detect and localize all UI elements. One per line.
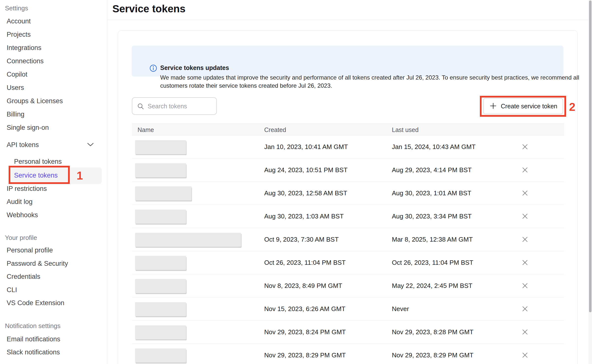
delete-token-button[interactable] [520, 258, 530, 268]
page-title: Service tokens [112, 3, 186, 15]
redacted-token-name [135, 348, 186, 363]
token-last-used-cell: Aug 30, 2023, 3:34 PM BST [392, 213, 472, 219]
banner-text-line1: We made some updates that improve the se… [160, 75, 579, 81]
redacted-token-name [135, 163, 186, 177]
search-input[interactable] [147, 98, 215, 115]
scrollbar-thumb[interactable] [589, 0, 592, 312]
scrollbar-track[interactable] [589, 0, 592, 364]
delete-token-button[interactable] [520, 165, 530, 175]
table-row: Oct 9, 2023, 7:30 AM BST Mar 8, 2025, 12… [132, 228, 564, 251]
sidebar-item-cli[interactable]: CLI [7, 287, 17, 293]
main-content: Service tokens Service tokens updates We… [107, 0, 592, 364]
column-header-created: Created [264, 127, 286, 133]
token-created-cell: Oct 9, 2023, 7:30 AM BST [264, 236, 339, 243]
service-tokens-card: Service tokens updates We made some upda… [118, 30, 578, 364]
sidebar-item-connections[interactable]: Connections [7, 58, 44, 65]
table-row: Aug 30, 2023, 1:03 AM BST Aug 30, 2023, … [132, 205, 564, 228]
table-row: Aug 30, 2023, 12:58 AM BST Aug 30, 2023,… [132, 182, 564, 205]
close-icon [522, 305, 528, 312]
table-row: Nov 8, 2023, 8:49 PM GMT May 22, 2024, 2… [132, 274, 564, 298]
table-row: Jan 10, 2023, 10:41 AM GMT Jan 15, 2024,… [132, 135, 564, 159]
sidebar-item-webhooks[interactable]: Webhooks [7, 212, 38, 218]
token-last-used-cell: May 22, 2024, 2:45 PM BST [392, 282, 472, 289]
delete-token-button[interactable] [520, 188, 530, 198]
redacted-token-name [135, 325, 186, 339]
delete-token-button[interactable] [520, 212, 530, 221]
delete-token-button[interactable] [520, 350, 530, 360]
create-service-token-button[interactable]: Create service token [483, 98, 563, 114]
redacted-token-name [135, 302, 186, 316]
token-created-cell: Nov 8, 2023, 8:49 PM GMT [264, 282, 342, 289]
token-last-used-cell: Mar 8, 2025, 12:38 AM GMT [392, 236, 473, 243]
sidebar-item-credentials[interactable]: Credentials [7, 273, 40, 280]
sidebar-item-password-security[interactable]: Password & Security [7, 260, 68, 267]
sidebar-item-copilot[interactable]: Copilot [7, 71, 27, 78]
sidebar-item-personal-profile[interactable]: Personal profile [7, 247, 53, 254]
sidebar-item-personal-tokens[interactable]: Personal tokens [14, 158, 62, 165]
sidebar-item-integrations[interactable]: Integrations [7, 45, 41, 51]
delete-token-button[interactable] [520, 304, 530, 314]
banner-title: Service tokens updates [160, 65, 229, 71]
search-box [132, 97, 217, 115]
sidebar-section-settings: Settings [5, 5, 28, 11]
delete-token-button[interactable] [520, 142, 530, 152]
close-icon [522, 236, 528, 243]
create-service-token-label: Create service token [501, 103, 557, 110]
close-icon [522, 143, 528, 150]
delete-token-button[interactable] [520, 281, 530, 291]
sidebar-item-service-tokens-label: Service tokens [14, 172, 58, 179]
token-last-used-cell: Never [392, 306, 409, 312]
search-icon [137, 103, 144, 111]
token-last-used-cell: Nov 29, 2023, 8:28 PM GMT [392, 329, 473, 335]
token-last-used-cell: Aug 29, 2023, 4:14 PM BST [392, 167, 472, 173]
token-last-used-cell: Jan 15, 2024, 10:43 AM GMT [392, 144, 476, 150]
chevron-down-icon[interactable] [87, 142, 94, 148]
table-row: Nov 29, 2023, 8:24 PM GMT Nov 29, 2023, … [132, 321, 564, 344]
token-created-cell: Nov 29, 2023, 8:24 PM GMT [264, 329, 346, 335]
redacted-token-name [135, 256, 186, 270]
sidebar-item-api-tokens[interactable]: API tokens [7, 142, 39, 148]
token-created-cell: Aug 30, 2023, 12:58 AM BST [264, 190, 347, 196]
redacted-token-name [135, 279, 186, 293]
service-tokens-page: Settings Account Projects Integrations C… [0, 0, 592, 364]
column-header-last-used: Last used [392, 127, 418, 133]
redacted-token-name [135, 210, 186, 224]
sidebar-item-service-tokens-selected[interactable]: Service tokens [10, 167, 102, 184]
token-created-cell: Oct 26, 2023, 11:04 PM BST [264, 259, 346, 266]
token-last-used-cell: Oct 26, 2023, 11:04 PM BST [392, 259, 473, 266]
delete-token-button[interactable] [520, 327, 530, 337]
redacted-token-name [135, 186, 192, 200]
sidebar-item-projects[interactable]: Projects [7, 31, 31, 38]
sidebar-section-notification-settings: Notification settings [5, 323, 60, 329]
token-created-cell: Aug 24, 2023, 10:51 PM BST [264, 167, 348, 173]
token-created-cell: Nov 15, 2023, 6:26 AM GMT [264, 306, 346, 312]
table-row: Nov 29, 2023, 8:29 PM GMT Nov 29, 2023, … [132, 344, 564, 364]
sidebar-item-users[interactable]: Users [7, 84, 24, 91]
column-header-name: Name [138, 127, 154, 133]
annotation-label-2: 2 [569, 101, 575, 113]
close-icon [522, 166, 528, 173]
sidebar-item-ip-restrictions[interactable]: IP restrictions [7, 185, 47, 192]
sidebar-item-groups-licenses[interactable]: Groups & Licenses [7, 98, 63, 104]
close-icon [522, 259, 528, 266]
token-last-used-cell: Aug 30, 2023, 1:01 AM BST [392, 190, 471, 196]
redacted-token-name [135, 140, 186, 154]
sidebar-item-single-sign-on[interactable]: Single sign-on [7, 124, 49, 131]
redacted-token-name [135, 233, 241, 247]
close-icon [522, 282, 528, 289]
table-row: Oct 26, 2023, 11:04 PM BST Oct 26, 2023,… [132, 251, 564, 274]
sidebar-item-slack-notifications[interactable]: Slack notifications [7, 349, 60, 356]
table-row: Nov 15, 2023, 6:26 AM GMT Never [132, 298, 564, 321]
sidebar-item-billing[interactable]: Billing [7, 111, 24, 118]
table-row: Aug 24, 2023, 10:51 PM BST Aug 29, 2023,… [132, 159, 564, 182]
sidebar-item-audit-log[interactable]: Audit log [7, 199, 33, 205]
sidebar-item-vscode-extension[interactable]: VS Code Extension [7, 300, 64, 306]
annotation-label-1: 1 [77, 170, 83, 181]
title-divider [107, 20, 589, 20]
delete-token-button[interactable] [520, 235, 530, 245]
banner-text-line2: customers rotate their service tokens cr… [160, 83, 332, 89]
sidebar-item-account[interactable]: Account [7, 18, 31, 25]
close-icon [522, 190, 528, 197]
sidebar-item-email-notifications[interactable]: Email notifications [7, 336, 60, 343]
close-icon [522, 213, 528, 220]
